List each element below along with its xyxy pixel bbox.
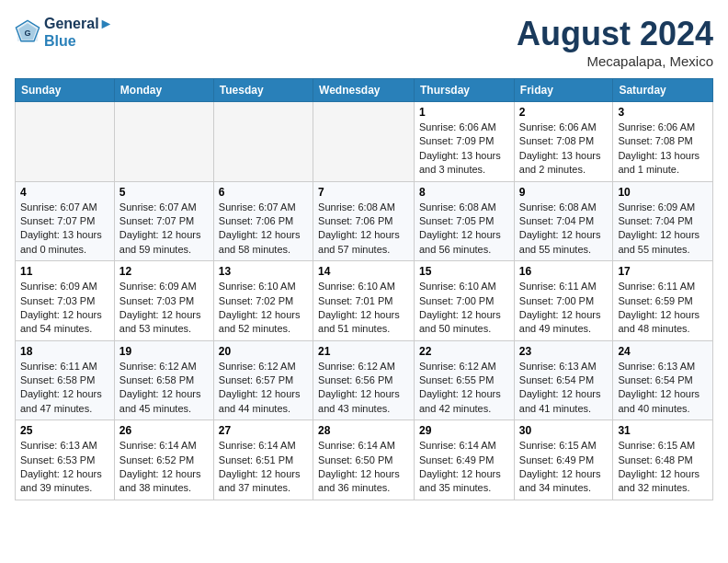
day-info: Sunrise: 6:14 AMSunset: 6:52 PMDaylight:… [119, 439, 209, 496]
day-cell: 14Sunrise: 6:10 AMSunset: 7:01 PMDayligh… [313, 261, 415, 341]
col-header-monday: Monday [114, 79, 213, 102]
day-info: Sunrise: 6:09 AMSunset: 7:03 PMDaylight:… [119, 280, 209, 337]
location-subtitle: Mecapalapa, Mexico [517, 53, 713, 69]
day-cell: 28Sunrise: 6:14 AMSunset: 6:50 PMDayligh… [313, 420, 415, 500]
day-info: Sunrise: 6:09 AMSunset: 7:03 PMDaylight:… [20, 280, 109, 337]
day-cell: 7Sunrise: 6:08 AMSunset: 7:06 PMDaylight… [313, 181, 415, 261]
day-cell [313, 102, 415, 182]
day-info: Sunrise: 6:11 AMSunset: 6:58 PMDaylight:… [20, 360, 109, 417]
day-number: 5 [119, 186, 209, 199]
day-cell: 30Sunrise: 6:15 AMSunset: 6:49 PMDayligh… [514, 420, 613, 500]
week-row-3: 11Sunrise: 6:09 AMSunset: 7:03 PMDayligh… [16, 261, 713, 341]
day-info: Sunrise: 6:13 AMSunset: 6:53 PMDaylight:… [20, 439, 109, 496]
day-info: Sunrise: 6:12 AMSunset: 6:57 PMDaylight:… [219, 360, 308, 417]
col-header-wednesday: Wednesday [313, 79, 415, 102]
day-info: Sunrise: 6:14 AMSunset: 6:51 PMDaylight:… [219, 439, 308, 496]
day-info: Sunrise: 6:14 AMSunset: 6:49 PMDaylight:… [419, 439, 509, 496]
day-number: 14 [318, 265, 409, 278]
day-cell: 6Sunrise: 6:07 AMSunset: 7:06 PMDaylight… [213, 181, 313, 261]
logo: G General► Blue [15, 15, 113, 50]
day-cell [213, 102, 313, 182]
week-row-1: 1Sunrise: 6:06 AMSunset: 7:09 PMDaylight… [16, 102, 713, 182]
week-row-2: 4Sunrise: 6:07 AMSunset: 7:07 PMDaylight… [16, 181, 713, 261]
day-cell: 31Sunrise: 6:15 AMSunset: 6:48 PMDayligh… [613, 420, 713, 500]
day-number: 19 [119, 345, 209, 358]
day-number: 8 [419, 186, 509, 199]
week-row-4: 18Sunrise: 6:11 AMSunset: 6:58 PMDayligh… [16, 340, 713, 420]
day-number: 20 [219, 345, 308, 358]
day-info: Sunrise: 6:13 AMSunset: 6:54 PMDaylight:… [618, 360, 708, 417]
day-info: Sunrise: 6:06 AMSunset: 7:08 PMDaylight:… [618, 121, 708, 178]
day-number: 4 [20, 186, 109, 199]
day-cell: 17Sunrise: 6:11 AMSunset: 6:59 PMDayligh… [613, 261, 713, 341]
day-info: Sunrise: 6:11 AMSunset: 6:59 PMDaylight:… [618, 280, 708, 337]
col-header-sunday: Sunday [16, 79, 115, 102]
day-cell: 26Sunrise: 6:14 AMSunset: 6:52 PMDayligh… [114, 420, 213, 500]
day-number: 24 [618, 345, 708, 358]
day-info: Sunrise: 6:11 AMSunset: 7:00 PMDaylight:… [519, 280, 609, 337]
day-info: Sunrise: 6:08 AMSunset: 7:05 PMDaylight:… [419, 201, 509, 258]
day-info: Sunrise: 6:15 AMSunset: 6:49 PMDaylight:… [519, 439, 609, 496]
day-info: Sunrise: 6:13 AMSunset: 6:54 PMDaylight:… [519, 360, 609, 417]
day-number: 21 [318, 345, 409, 358]
day-info: Sunrise: 6:07 AMSunset: 7:07 PMDaylight:… [119, 201, 209, 258]
day-cell: 11Sunrise: 6:09 AMSunset: 7:03 PMDayligh… [16, 261, 115, 341]
day-cell: 19Sunrise: 6:12 AMSunset: 6:58 PMDayligh… [114, 340, 213, 420]
day-cell: 13Sunrise: 6:10 AMSunset: 7:02 PMDayligh… [213, 261, 313, 341]
day-cell: 22Sunrise: 6:12 AMSunset: 6:55 PMDayligh… [415, 340, 515, 420]
day-info: Sunrise: 6:06 AMSunset: 7:08 PMDaylight:… [519, 121, 609, 178]
day-cell: 25Sunrise: 6:13 AMSunset: 6:53 PMDayligh… [16, 420, 115, 500]
day-number: 18 [20, 345, 109, 358]
day-number: 11 [20, 265, 109, 278]
day-info: Sunrise: 6:10 AMSunset: 7:01 PMDaylight:… [318, 280, 409, 337]
day-number: 16 [519, 265, 609, 278]
day-cell: 9Sunrise: 6:08 AMSunset: 7:04 PMDaylight… [514, 181, 613, 261]
day-cell [114, 102, 213, 182]
day-info: Sunrise: 6:07 AMSunset: 7:06 PMDaylight:… [219, 201, 308, 258]
day-cell: 12Sunrise: 6:09 AMSunset: 7:03 PMDayligh… [114, 261, 213, 341]
day-cell: 27Sunrise: 6:14 AMSunset: 6:51 PMDayligh… [213, 420, 313, 500]
day-info: Sunrise: 6:07 AMSunset: 7:07 PMDaylight:… [20, 201, 109, 258]
day-number: 15 [419, 265, 509, 278]
day-number: 1 [419, 106, 509, 119]
col-header-saturday: Saturday [613, 79, 713, 102]
day-cell: 5Sunrise: 6:07 AMSunset: 7:07 PMDaylight… [114, 181, 213, 261]
day-number: 29 [419, 424, 509, 437]
calendar-table: SundayMondayTuesdayWednesdayThursdayFrid… [15, 78, 713, 500]
day-cell: 3Sunrise: 6:06 AMSunset: 7:08 PMDaylight… [613, 102, 713, 182]
day-cell: 23Sunrise: 6:13 AMSunset: 6:54 PMDayligh… [514, 340, 613, 420]
day-cell: 21Sunrise: 6:12 AMSunset: 6:56 PMDayligh… [313, 340, 415, 420]
day-cell: 10Sunrise: 6:09 AMSunset: 7:04 PMDayligh… [613, 181, 713, 261]
day-cell: 1Sunrise: 6:06 AMSunset: 7:09 PMDaylight… [415, 102, 515, 182]
col-header-thursday: Thursday [415, 79, 515, 102]
col-header-friday: Friday [514, 79, 613, 102]
day-number: 17 [618, 265, 708, 278]
day-number: 9 [519, 186, 609, 199]
title-block: August 2024 Mecapalapa, Mexico [517, 15, 713, 69]
day-number: 7 [318, 186, 409, 199]
day-number: 13 [219, 265, 308, 278]
day-info: Sunrise: 6:08 AMSunset: 7:04 PMDaylight:… [519, 201, 609, 258]
day-info: Sunrise: 6:12 AMSunset: 6:56 PMDaylight:… [318, 360, 409, 417]
day-cell: 16Sunrise: 6:11 AMSunset: 7:00 PMDayligh… [514, 261, 613, 341]
day-info: Sunrise: 6:12 AMSunset: 6:58 PMDaylight:… [119, 360, 209, 417]
day-number: 31 [618, 424, 708, 437]
day-info: Sunrise: 6:10 AMSunset: 7:00 PMDaylight:… [419, 280, 509, 337]
day-number: 12 [119, 265, 209, 278]
day-cell: 15Sunrise: 6:10 AMSunset: 7:00 PMDayligh… [415, 261, 515, 341]
day-info: Sunrise: 6:08 AMSunset: 7:06 PMDaylight:… [318, 201, 409, 258]
day-cell: 18Sunrise: 6:11 AMSunset: 6:58 PMDayligh… [16, 340, 115, 420]
logo-text: General► Blue [44, 15, 113, 50]
day-cell: 20Sunrise: 6:12 AMSunset: 6:57 PMDayligh… [213, 340, 313, 420]
day-number: 23 [519, 345, 609, 358]
day-info: Sunrise: 6:15 AMSunset: 6:48 PMDaylight:… [618, 439, 708, 496]
day-number: 6 [219, 186, 308, 199]
day-number: 3 [618, 106, 708, 119]
day-info: Sunrise: 6:14 AMSunset: 6:50 PMDaylight:… [318, 439, 409, 496]
day-number: 25 [20, 424, 109, 437]
day-cell: 4Sunrise: 6:07 AMSunset: 7:07 PMDaylight… [16, 181, 115, 261]
day-cell: 8Sunrise: 6:08 AMSunset: 7:05 PMDaylight… [415, 181, 515, 261]
header-row: SundayMondayTuesdayWednesdayThursdayFrid… [16, 79, 713, 102]
day-cell: 24Sunrise: 6:13 AMSunset: 6:54 PMDayligh… [613, 340, 713, 420]
day-cell: 2Sunrise: 6:06 AMSunset: 7:08 PMDaylight… [514, 102, 613, 182]
